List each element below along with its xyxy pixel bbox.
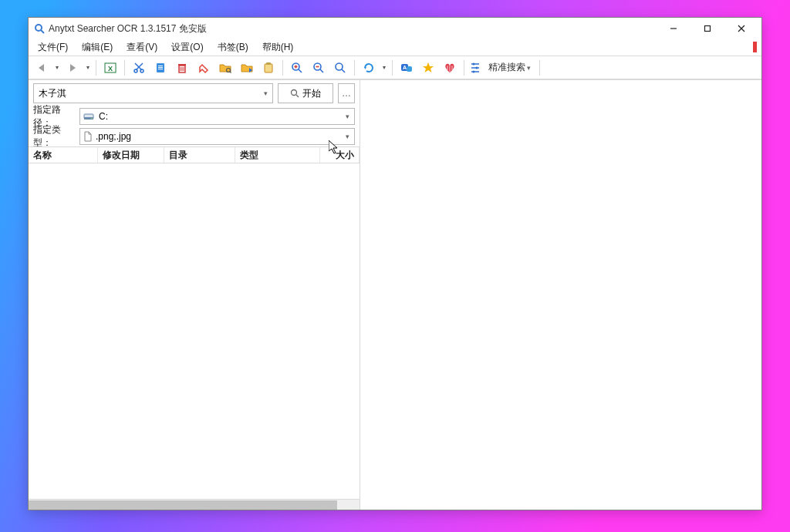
chevron-down-icon[interactable]: ▾ xyxy=(346,133,349,140)
svg-point-35 xyxy=(336,63,343,70)
col-name[interactable]: 名称 xyxy=(29,147,98,163)
separator xyxy=(539,60,540,76)
search-value: 木子淇 xyxy=(39,87,66,100)
svg-line-29 xyxy=(299,69,302,72)
svg-point-46 xyxy=(473,62,475,65)
translate-button[interactable]: A xyxy=(397,58,417,78)
zoom-reset-button[interactable] xyxy=(330,58,350,78)
svg-marker-37 xyxy=(364,67,366,69)
svg-marker-6 xyxy=(39,64,44,72)
left-pane: 木子淇 ▾ 开始 … 指定路径： C: ▾ xyxy=(29,80,360,510)
svg-point-51 xyxy=(292,90,297,96)
path-value: C: xyxy=(99,111,108,122)
drive-icon xyxy=(83,111,96,122)
precise-search-label: 精准搜索 xyxy=(488,61,525,74)
menu-file[interactable]: 文件(F) xyxy=(33,39,73,56)
preview-pane xyxy=(360,80,761,510)
clipboard-button[interactable] xyxy=(258,58,279,78)
type-row: 指定类型： .png;.jpg ▾ xyxy=(29,126,360,146)
separator xyxy=(464,60,464,76)
donate-button[interactable] xyxy=(440,58,460,78)
highlight-button[interactable] xyxy=(194,58,214,78)
back-button[interactable] xyxy=(32,58,52,78)
open-folder-button[interactable] xyxy=(215,58,235,78)
toolbar: ▾ ▾ X xyxy=(29,56,761,79)
svg-marker-7 xyxy=(70,64,76,72)
close-button[interactable] xyxy=(724,18,758,39)
col-date[interactable]: 修改日期 xyxy=(98,147,164,163)
favorite-button[interactable] xyxy=(418,58,438,78)
separator xyxy=(392,60,393,76)
col-dir[interactable]: 目录 xyxy=(164,147,235,163)
zoom-in-button[interactable] xyxy=(287,58,307,78)
menu-help[interactable]: 帮助(H) xyxy=(258,39,299,56)
col-size[interactable]: 大小 xyxy=(320,147,360,163)
forward-button[interactable] xyxy=(62,58,83,78)
menu-edit[interactable]: 编辑(E) xyxy=(77,39,117,56)
copy-button[interactable] xyxy=(150,58,170,78)
menu-view[interactable]: 查看(V) xyxy=(122,39,162,56)
hscrollbar-thumb[interactable] xyxy=(29,500,337,510)
svg-rect-19 xyxy=(178,64,186,66)
notification-icon[interactable] xyxy=(753,42,757,52)
start-button[interactable]: 开始 xyxy=(278,83,333,103)
search-input[interactable]: 木子淇 ▾ xyxy=(33,83,273,103)
search-row: 木子淇 ▾ 开始 … xyxy=(29,80,360,106)
content-area: 木子淇 ▾ 开始 … 指定路径： C: ▾ xyxy=(29,79,761,510)
svg-point-0 xyxy=(35,25,42,31)
svg-point-50 xyxy=(473,70,475,72)
delete-button[interactable] xyxy=(172,58,192,78)
hscrollbar[interactable] xyxy=(29,499,360,510)
refresh-button[interactable] xyxy=(359,58,379,78)
magnifier-icon xyxy=(33,22,46,35)
separator xyxy=(282,60,283,76)
separator xyxy=(124,60,125,76)
filter-settings-icon[interactable] xyxy=(468,58,482,78)
zoom-out-button[interactable] xyxy=(309,58,329,78)
type-input[interactable]: .png;.jpg ▾ xyxy=(79,128,355,145)
path-row: 指定路径： C: ▾ xyxy=(29,106,360,126)
start-label: 开始 xyxy=(302,87,321,100)
chevron-down-icon[interactable]: ▾ xyxy=(380,58,388,78)
svg-text:A: A xyxy=(403,65,407,70)
app-window: Anytxt Searcher OCR 1.3.1517 免安版 文件(F) 编… xyxy=(28,17,762,510)
menu-settings[interactable]: 设置(O) xyxy=(167,39,208,56)
svg-rect-17 xyxy=(158,69,163,69)
svg-text:X: X xyxy=(108,65,113,72)
minimize-button[interactable] xyxy=(657,18,690,39)
svg-rect-15 xyxy=(158,66,163,66)
chevron-down-icon[interactable]: ▾ xyxy=(53,58,61,78)
locate-file-button[interactable] xyxy=(237,58,257,78)
svg-rect-16 xyxy=(158,67,163,68)
col-type[interactable]: 类型 xyxy=(235,147,320,163)
svg-line-36 xyxy=(342,69,345,72)
more-button[interactable]: … xyxy=(338,83,355,103)
separator xyxy=(354,60,355,76)
menubar: 文件(F) 编辑(E) 查看(V) 设置(O) 书签(B) 帮助(H) xyxy=(29,39,761,56)
chevron-down-icon[interactable]: ▾ xyxy=(84,58,92,78)
svg-rect-40 xyxy=(407,66,412,72)
cut-button[interactable] xyxy=(129,58,149,78)
svg-rect-27 xyxy=(266,62,271,65)
maximize-button[interactable] xyxy=(690,18,724,39)
menu-bookmark[interactable]: 书签(B) xyxy=(213,39,253,56)
svg-rect-3 xyxy=(705,26,711,32)
search-controls: 木子淇 ▾ 开始 … 指定路径： C: ▾ xyxy=(29,80,360,146)
window-title: Anytxt Searcher OCR 1.3.1517 免安版 xyxy=(49,22,657,35)
results-list xyxy=(29,163,360,499)
results-header: 名称 修改日期 目录 类型 大小 xyxy=(29,146,360,163)
more-label: … xyxy=(342,88,351,99)
path-input[interactable]: C: ▾ xyxy=(79,108,355,125)
chevron-down-icon[interactable]: ▾ xyxy=(346,113,349,120)
svg-marker-41 xyxy=(423,62,434,72)
magnifier-icon xyxy=(290,89,299,98)
svg-point-55 xyxy=(91,118,93,120)
type-value: .png;.jpg xyxy=(96,131,131,142)
chevron-down-icon[interactable]: ▾ xyxy=(264,89,268,97)
svg-line-52 xyxy=(296,95,299,97)
svg-rect-26 xyxy=(265,64,272,72)
chevron-down-icon: ▾ xyxy=(527,64,531,72)
export-excel-button[interactable]: X xyxy=(100,58,120,78)
svg-line-33 xyxy=(320,69,323,72)
precise-search-dropdown[interactable]: 精准搜索 ▾ xyxy=(484,59,535,77)
